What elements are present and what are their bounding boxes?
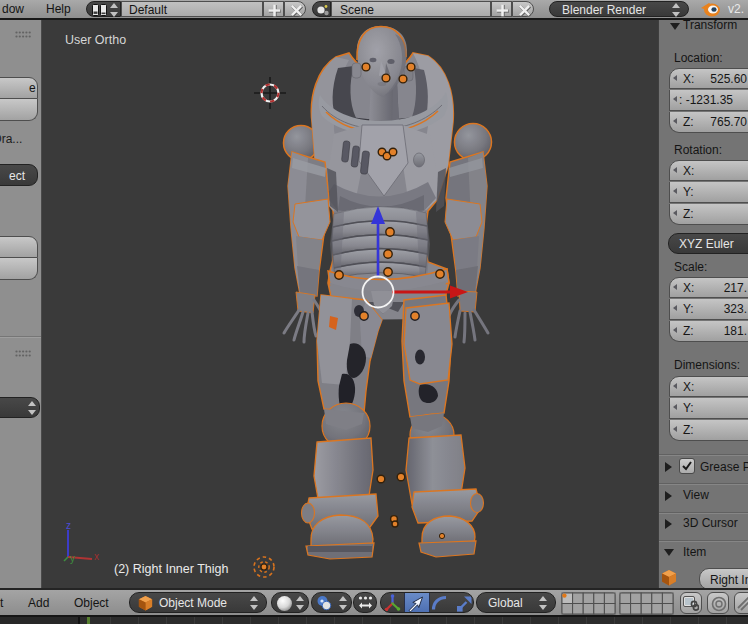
svg-text:z: z bbox=[66, 520, 71, 531]
svg-text:y: y bbox=[70, 553, 75, 564]
svg-text:x: x bbox=[94, 551, 99, 562]
